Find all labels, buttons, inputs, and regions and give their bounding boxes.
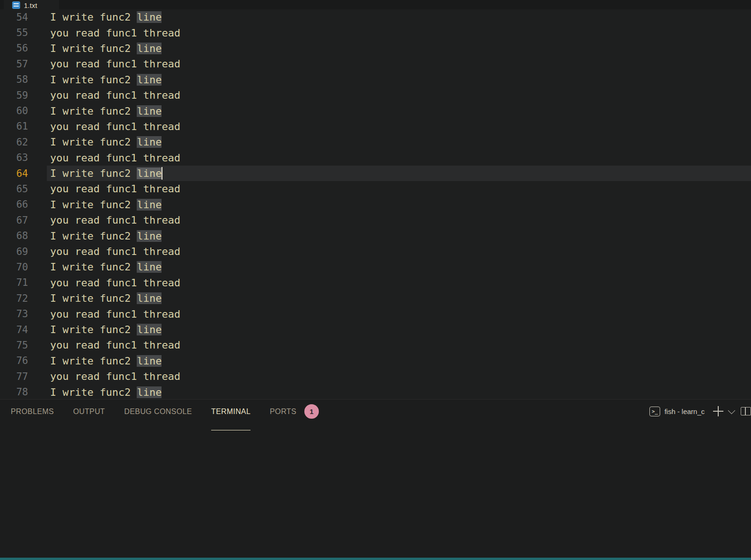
find-match-highlight: line <box>137 324 162 335</box>
line-number: 70 <box>0 262 47 273</box>
line-number: 73 <box>0 308 47 320</box>
chevron-down-icon[interactable] <box>728 407 736 414</box>
line-number: 56 <box>0 43 47 54</box>
panel-tab-terminal[interactable]: TERMINAL <box>211 406 250 430</box>
editor-code-area[interactable]: 54I write func2 line55you read func1 thr… <box>0 9 751 399</box>
line-number: 60 <box>0 105 47 116</box>
editor-line[interactable]: 70I write func2 line <box>0 259 751 275</box>
editor-tab-strip: 1.txt <box>0 0 751 9</box>
line-text: you read func1 thread <box>47 244 751 259</box>
editor-line[interactable]: 62I write func2 line <box>0 134 751 150</box>
find-match-highlight: line <box>137 386 162 398</box>
editor-line[interactable]: 65you read func1 thread <box>0 181 751 196</box>
line-number: 62 <box>0 137 47 148</box>
line-text: you read func1 thread <box>47 306 751 321</box>
line-text: I write func2 line <box>47 41 751 56</box>
editor-line[interactable]: 55you read func1 thread <box>0 25 751 40</box>
line-number: 54 <box>0 12 47 23</box>
line-text: I write func2 line <box>47 322 751 337</box>
find-match-highlight: line <box>137 11 162 23</box>
editor-line[interactable]: 76I write func2 line <box>0 353 751 369</box>
panel-tab-debug-console[interactable]: DEBUG CONSOLE <box>124 406 192 430</box>
line-text: I write func2 line <box>47 228 751 243</box>
line-text: you read func1 thread <box>47 212 751 228</box>
line-text: you read func1 thread <box>47 56 751 72</box>
line-number: 65 <box>0 183 47 195</box>
status-bar-edge <box>0 558 751 560</box>
editor-line[interactable]: 57you read func1 thread <box>0 56 751 72</box>
line-number: 58 <box>0 74 47 85</box>
editor-line[interactable]: 77you read func1 thread <box>0 369 751 384</box>
line-text: you read func1 thread <box>47 181 751 196</box>
editor-line[interactable]: 78I write func2 line <box>0 384 751 399</box>
line-text: I write func2 line <box>47 72 751 87</box>
editor-line[interactable]: 72I write func2 line <box>0 291 751 306</box>
find-match-highlight: line <box>137 292 162 304</box>
terminal-instance-label[interactable]: fish - learn_c <box>664 407 705 415</box>
line-text: I write func2 line <box>47 9 751 25</box>
line-text: you read func1 thread <box>47 150 751 166</box>
line-number: 69 <box>0 246 47 257</box>
line-number: 66 <box>0 199 47 210</box>
line-number: 64 <box>0 168 47 179</box>
new-terminal-button[interactable] <box>712 405 724 417</box>
line-text: I write func2 line <box>47 259 751 275</box>
editor-line[interactable]: 75you read func1 thread <box>0 337 751 353</box>
panel-tab-output[interactable]: OUTPUT <box>73 406 105 430</box>
split-terminal-button[interactable] <box>741 407 751 415</box>
line-number: 75 <box>0 340 47 351</box>
editor-line[interactable]: 68I write func2 line <box>0 228 751 243</box>
editor-line[interactable]: 61you read func1 thread <box>0 119 751 134</box>
line-number: 76 <box>0 355 47 366</box>
find-match-highlight: line <box>137 199 162 211</box>
file-tab-1txt[interactable]: 1.txt <box>4 0 59 9</box>
editor-line[interactable]: 71you read func1 thread <box>0 275 751 291</box>
editor-line[interactable]: 73you read func1 thread <box>0 306 751 321</box>
find-match-highlight: line <box>137 105 162 117</box>
line-text: you read func1 thread <box>47 25 751 40</box>
find-match-highlight: line <box>137 230 162 242</box>
editor-line[interactable]: 63you read func1 thread <box>0 150 751 166</box>
find-match-highlight: line <box>137 136 162 148</box>
line-number: 67 <box>0 215 47 226</box>
panel-tab-label: TERMINAL <box>211 407 250 416</box>
editor-line[interactable]: 58I write func2 line <box>0 72 751 87</box>
panel-actions: >_ fish - learn_c <box>649 404 751 418</box>
editor-line[interactable]: 64I write func2 line <box>0 166 751 181</box>
line-text: I write func2 line <box>47 166 751 181</box>
line-number: 61 <box>0 121 47 132</box>
line-number: 57 <box>0 58 47 70</box>
terminal-shell-icon: >_ <box>649 407 660 416</box>
line-number: 68 <box>0 230 47 241</box>
panel-tab-ports[interactable]: PORTS1 <box>270 406 319 430</box>
editor-line[interactable]: 60I write func2 line <box>0 103 751 118</box>
line-text: I write func2 line <box>47 353 751 369</box>
line-text: you read func1 thread <box>47 275 751 291</box>
line-number: 63 <box>0 152 47 163</box>
line-text: you read func1 thread <box>47 87 751 103</box>
editor-line[interactable]: 69you read func1 thread <box>0 244 751 259</box>
line-text: I write func2 line <box>47 134 751 150</box>
line-text: I write func2 line <box>47 197 751 212</box>
line-number: 77 <box>0 371 47 382</box>
panel-tab-problems[interactable]: PROBLEMS <box>11 406 54 430</box>
line-text: I write func2 line <box>47 291 751 306</box>
editor-line[interactable]: 67you read func1 thread <box>0 212 751 228</box>
panel-tab-label: OUTPUT <box>73 407 105 416</box>
line-text: you read func1 thread <box>47 369 751 384</box>
find-match-highlight: line <box>137 355 162 367</box>
editor-line[interactable]: 54I write func2 line <box>0 9 751 25</box>
panel-tab-label: PORTS <box>270 407 296 416</box>
editor-line[interactable]: 56I write func2 line <box>0 41 751 56</box>
line-text: you read func1 thread <box>47 119 751 134</box>
editor-line[interactable]: 74I write func2 line <box>0 322 751 337</box>
panel-tab-label: PROBLEMS <box>11 407 54 416</box>
line-number: 59 <box>0 90 47 101</box>
line-number: 55 <box>0 27 47 38</box>
text-file-icon <box>12 1 20 9</box>
find-match-highlight: line <box>137 167 162 179</box>
editor-line[interactable]: 59you read func1 thread <box>0 87 751 103</box>
bottom-panel: PROBLEMSOUTPUTDEBUG CONSOLETERMINALPORTS… <box>0 399 751 560</box>
editor-line[interactable]: 66I write func2 line <box>0 197 751 212</box>
line-text: I write func2 line <box>47 103 751 118</box>
